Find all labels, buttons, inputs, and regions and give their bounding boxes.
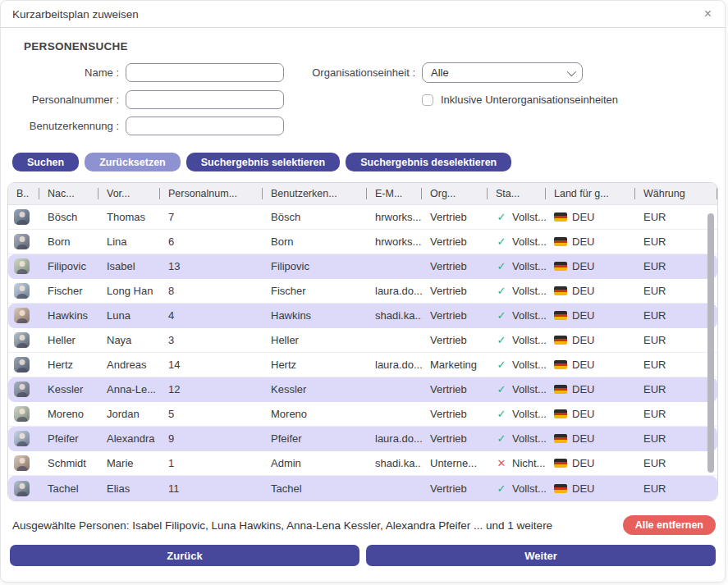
status-icon: ✓: [496, 408, 507, 420]
status-icon: ✓: [496, 432, 507, 445]
flag-deu-icon: [554, 484, 567, 493]
table-row[interactable]: Bösch Thomas 7 Bösch hrworks... Vertrieb…: [8, 205, 717, 230]
status-icon: ✓: [496, 359, 507, 371]
avatar: [14, 332, 30, 348]
cell-personalnummer: 7: [160, 211, 263, 223]
table-header: B..Nac...Vor...Personalnum...Benutzerken…: [8, 183, 717, 205]
selection-bar: Ausgewählte Personen: Isabel Filipovic, …: [1, 515, 725, 535]
suborg-checkbox[interactable]: [422, 94, 433, 106]
flag-deu-icon: [554, 286, 567, 295]
flag-deu-icon: [554, 237, 567, 246]
section-heading: PERSONENSUCHE: [24, 40, 713, 53]
kurzarbeitsplan-dialog: Kurzarbeitsplan zuweisen × PERSONENSUCHE…: [0, 0, 726, 583]
cell-vorname: Alexandra: [98, 432, 160, 445]
benutzerkennung-label: Benutzerkennung :: [24, 120, 119, 132]
avatar: [14, 431, 30, 446]
table-row[interactable]: Filipovic Isabel 13 Filipovic Vertrieb ✓…: [8, 254, 717, 279]
cell-land: DEU: [546, 309, 635, 322]
cell-status: ✕Nicht...: [488, 457, 546, 469]
table-row[interactable]: Schmidt Marie 1 Admin shadi.ka... Untern…: [8, 451, 717, 476]
cell-waehrung: EUR: [635, 235, 717, 248]
cell-org: Vertrieb: [422, 260, 488, 272]
table-row[interactable]: Born Lina 6 Born hrworks... Vertrieb ✓Vo…: [8, 230, 717, 254]
org-select[interactable]: Alle: [422, 62, 583, 83]
column-header[interactable]: E-M...: [367, 183, 422, 204]
table-row[interactable]: Moreno Jordan 5 Moreno Vertrieb ✓Vollst.…: [8, 402, 717, 427]
column-header[interactable]: Land für g...: [546, 183, 635, 204]
search-actions: Suchen Zurücksetzen Suchergebnis selekti…: [1, 153, 725, 171]
table-row[interactable]: Kessler Anna-Le... 12 Kessler Vertrieb ✓…: [8, 377, 717, 402]
name-input[interactable]: [126, 63, 284, 82]
table-scrollbar[interactable]: [707, 213, 714, 473]
cell-vorname: Luna: [98, 309, 160, 322]
table-row[interactable]: Hertz Andreas 14 Hertz laura.do... Marke…: [8, 353, 717, 377]
flag-deu-icon: [554, 385, 567, 394]
avatar: [14, 455, 30, 471]
cell-personalnummer: 9: [160, 432, 263, 445]
column-header[interactable]: Org...: [422, 183, 488, 204]
cell-email: laura.do...: [367, 285, 422, 297]
status-icon: ✓: [496, 482, 507, 495]
select-results-button[interactable]: Suchergebnis selektieren: [186, 153, 340, 171]
column-header[interactable]: Vor...: [98, 183, 160, 204]
cell-status: ✓Vollst...: [488, 211, 546, 223]
column-header[interactable]: Benutzerken...: [263, 183, 367, 204]
cell-vorname: Marie: [98, 457, 160, 469]
column-header[interactable]: B..: [8, 183, 39, 204]
cell-nachname: Kessler: [39, 383, 98, 395]
cell-benutzerkennung: Heller: [263, 334, 367, 346]
flag-deu-icon: [554, 459, 567, 468]
status-icon: ✓: [496, 285, 507, 297]
cell-personalnummer: 8: [160, 285, 263, 297]
reset-button[interactable]: Zurücksetzen: [85, 153, 181, 171]
flag-deu-icon: [554, 213, 567, 222]
personalnummer-label: Personalnummer :: [24, 94, 119, 106]
cell-org: Vertrieb: [422, 309, 488, 322]
benutzerkennung-input[interactable]: [126, 117, 284, 135]
cell-vorname: Lina: [98, 235, 160, 248]
cell-waehrung: EUR: [635, 309, 717, 322]
cell-status: ✓Vollst...: [488, 408, 546, 420]
suborg-checkbox-row: Inklusive Unterorganisationseinheiten: [422, 94, 713, 106]
cell-land: DEU: [546, 334, 635, 346]
search-button[interactable]: Suchen: [12, 153, 79, 171]
column-header[interactable]: Sta...: [488, 183, 546, 204]
cell-nachname: Hertz: [39, 359, 98, 371]
cell-nachname: Bösch: [39, 211, 98, 223]
flag-deu-icon: [554, 409, 567, 418]
deselect-results-button[interactable]: Suchergebnis deselektieren: [346, 153, 511, 171]
cell-personalnummer: 14: [160, 359, 263, 371]
cell-waehrung: EUR: [635, 482, 717, 495]
cell-personalnummer: 3: [160, 334, 263, 346]
flag-deu-icon: [554, 336, 567, 345]
cell-benutzerkennung: Kessler: [263, 383, 367, 395]
cell-nachname: Pfeifer: [39, 432, 98, 445]
personalnummer-input[interactable]: [126, 90, 284, 109]
close-icon[interactable]: ×: [704, 7, 712, 21]
cell-email: hrworks...: [367, 235, 422, 248]
cell-waehrung: EUR: [635, 457, 717, 469]
next-button[interactable]: Weiter: [366, 545, 716, 566]
status-icon: ✓: [496, 260, 507, 272]
table-row[interactable]: Fischer Long Han 8 Fischer laura.do... V…: [8, 279, 717, 304]
cell-benutzerkennung: Filipovic: [263, 260, 367, 272]
table-row[interactable]: Tachel Elias 11 Tachel Vertrieb ✓Vollst.…: [8, 476, 717, 500]
cell-benutzerkennung: Bösch: [263, 211, 367, 223]
table-row[interactable]: Pfeifer Alexandra 9 Pfeifer laura.do... …: [8, 427, 717, 451]
cell-org: Vertrieb: [422, 285, 488, 297]
column-header[interactable]: Personalnum...: [160, 183, 263, 204]
cell-waehrung: EUR: [635, 408, 717, 420]
status-icon: ✓: [496, 334, 507, 346]
column-header[interactable]: Währung: [635, 183, 717, 204]
table-row[interactable]: Heller Naya 3 Heller Vertrieb ✓Vollst...…: [8, 328, 717, 353]
cell-benutzerkennung: Hertz: [263, 359, 367, 371]
table-row[interactable]: Hawkins Luna 4 Hawkins shadi.ka... Vertr…: [8, 304, 717, 328]
cell-status: ✓Vollst...: [488, 432, 546, 445]
cell-benutzerkennung: Hawkins: [263, 309, 367, 322]
cell-org: Vertrieb: [422, 383, 488, 395]
remove-all-button[interactable]: Alle entfernen: [623, 515, 716, 535]
column-header[interactable]: Nac...: [39, 183, 98, 204]
flag-deu-icon: [554, 434, 567, 443]
back-button[interactable]: Zurück: [10, 545, 359, 566]
selected-persons-summary: Ausgewählte Personen: Isabel Filipovic, …: [12, 519, 552, 532]
